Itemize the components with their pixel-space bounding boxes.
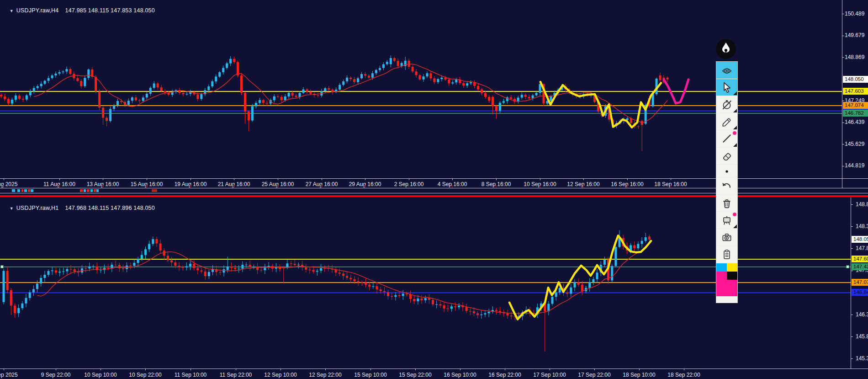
time-tick [4,179,4,180]
symbol-period-label: USDJPY.raw,H4 [16,7,59,14]
time-tick [409,179,409,180]
bull-candles [3,237,647,317]
time-tick [234,179,234,180]
axis-tick [842,14,844,14]
eraser-icon[interactable] [716,148,737,165]
time-tick [684,369,684,370]
mini-candle-dash [31,189,33,192]
axis-tick [851,204,853,205]
price-axis-h4[interactable]: 150.489149.679148.869147.249146.439145.6… [842,0,868,188]
period-tick [496,185,497,187]
separator-line [0,193,868,193]
price-badge: 148.050 [843,76,868,83]
palette-color-3[interactable] [716,272,727,280]
time-tick [505,369,505,370]
palette-color-1[interactable] [716,263,727,272]
price-axis-h1[interactable]: 148.843148.343147.843147.343146.343145.8… [851,198,868,368]
period-tick [146,185,147,187]
price-badge: 148.050 [852,236,868,243]
price-label: 146.439 [845,119,864,125]
time-tick [325,369,326,370]
collapse-icon[interactable]: ▼ [10,206,14,211]
time-tick [671,179,671,180]
time-axis-h4[interactable]: 7 Aug 202511 Aug 16:0013 Aug 16:0015 Aug… [0,178,868,188]
symbol-period-label: USDJPY.raw,H1 [16,205,59,211]
submenu-indicator [733,224,737,228]
chart-h4-title: ▼USDJPY.raw,H4147.985 148.115 147.853 14… [3,1,155,20]
time-axis-h1[interactable]: 9 Sep 20259 Sep 22:0010 Sep 10:0010 Sep … [0,368,868,379]
price-badge: 147.074 [843,102,868,109]
collapse-icon[interactable]: ▼ [10,9,14,13]
price-label: 148.343 [856,223,868,230]
cursor-icon[interactable] [716,79,737,96]
axis-tick [851,358,853,359]
cursor-glyph [721,81,733,93]
mini-candle-dash [80,189,83,192]
eye-icon[interactable] [716,62,737,79]
axis-tick [842,123,844,123]
price-label: 145.343 [856,355,868,362]
mini-candle-dash [12,189,15,192]
mini-candle-dash [87,189,90,192]
axis-tick [851,226,853,227]
time-tick [281,369,281,370]
submenu-indicator [733,143,737,147]
time-tick [496,179,497,180]
time-label: 18 Sep 22:00 [667,372,700,378]
active-color-swatch[interactable] [716,280,737,296]
pen-nib-logo[interactable] [715,38,737,60]
palette-color-4[interactable] [727,272,737,280]
dot-icon[interactable] [716,165,737,177]
price-label: 148.869 [845,54,864,60]
axis-tick [842,144,844,144]
ohlc-values: 147.968 148.115 147.896 148.050 [65,205,155,211]
yellow-highlighter[interactable] [540,82,661,128]
time-tick [145,369,146,370]
time-tick [550,369,550,370]
price-label: 144.819 [845,162,864,169]
period-tick [408,185,409,187]
line-icon[interactable] [716,130,737,148]
time-tick [278,179,278,180]
mini-candle-dash [152,189,157,192]
price-badge: 146.843 [852,289,868,296]
undo-icon[interactable] [716,177,737,195]
price-badge: 147.603 [852,256,868,262]
timer-off-icon[interactable] [716,96,737,113]
period-tick [540,185,540,187]
time-tick [103,179,103,180]
time-label: 9 Sep 22:00 [41,372,71,378]
submenu-indicator [733,91,737,95]
camera-icon[interactable] [716,229,737,246]
time-label: 16 Sep 22:00 [488,372,521,378]
pencil-icon[interactable] [716,113,737,131]
bear-wicks [1,57,668,151]
time-tick [4,369,4,370]
active-color-dot [733,131,736,135]
trash-icon[interactable] [716,195,737,212]
axis-tick [851,315,853,315]
easel-icon[interactable] [716,212,737,229]
camera-glyph [721,231,733,243]
period-tick [321,185,322,187]
period-tick [583,185,584,187]
time-tick [56,369,56,370]
line-selection-handle[interactable] [0,265,4,268]
clipboard-icon[interactable] [716,246,737,263]
price-badge: 147.430 [852,263,868,270]
line-selection-handle[interactable] [846,265,849,268]
mini-candle-dash [90,189,93,192]
time-tick [370,369,371,370]
palette-color-2[interactable] [727,263,737,272]
eye-glyph [721,64,733,76]
time-tick [583,179,584,180]
mini-candle-dash [17,189,20,192]
time-tick [59,179,60,180]
time-tick [540,179,540,180]
price-badge: 146.782 [843,110,868,117]
axis-tick [842,166,844,166]
dot-glyph [721,165,733,177]
time-label: 12 Sep 10:00 [264,372,296,378]
time-label: 11 Sep 22:00 [220,372,252,378]
toolbar-panel [716,61,738,303]
